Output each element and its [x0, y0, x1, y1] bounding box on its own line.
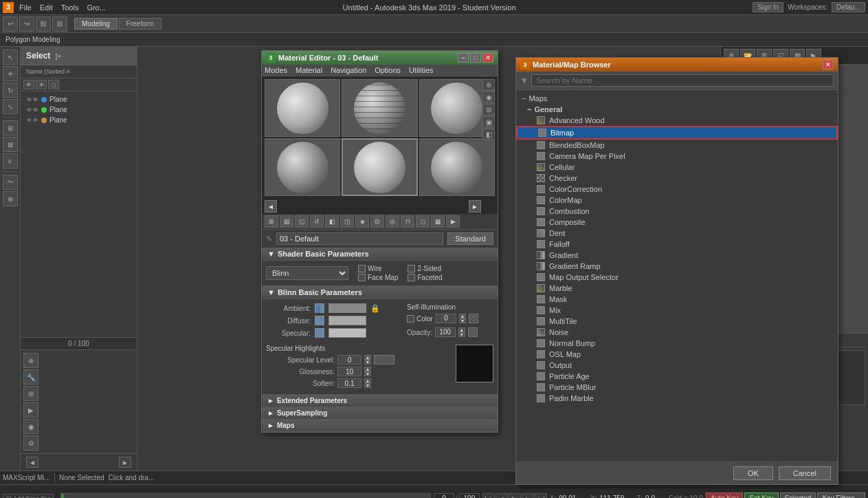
- menu-navigation[interactable]: Navigation: [331, 66, 366, 74]
- soften-up[interactable]: ▲: [364, 378, 371, 383]
- align-tool[interactable]: ≡: [3, 153, 18, 169]
- wire-checkbox[interactable]: Wire: [358, 265, 398, 272]
- glossiness-up[interactable]: ▲: [364, 367, 371, 371]
- link-btn[interactable]: ⛓: [36, 17, 51, 32]
- add-time-tag-btn[interactable]: 🏷 Add Time Tag: [3, 494, 54, 499]
- blinn-basic-rollout[interactable]: ▼ Blinn Basic Parameters: [262, 286, 498, 299]
- list-item[interactable]: Mask: [516, 294, 838, 305]
- set-key-btn[interactable]: Set Key: [744, 492, 778, 498]
- soften-input[interactable]: [337, 378, 361, 388]
- menu-edit[interactable]: Edit: [40, 3, 53, 12]
- modify-btn[interactable]: 🔧: [23, 369, 38, 385]
- list-item[interactable]: Gradient: [516, 250, 838, 261]
- list-item[interactable]: Mix: [516, 305, 838, 316]
- menu-modes[interactable]: Modes: [265, 66, 287, 74]
- frame-input[interactable]: [434, 493, 454, 499]
- select-tool[interactable]: ↖: [3, 50, 18, 65]
- key-filters-btn[interactable]: Key Filters...: [817, 492, 865, 498]
- list-item[interactable]: Camera Map Per Pixel: [516, 151, 838, 162]
- maps-root[interactable]: − Maps: [516, 93, 838, 104]
- motion-btn[interactable]: ▶: [23, 402, 38, 418]
- assign-material-btn[interactable]: ◱: [295, 215, 309, 228]
- pan-left-btn[interactable]: ◄: [26, 457, 38, 468]
- render-btn[interactable]: ◻: [48, 80, 59, 89]
- create-btn[interactable]: ⊕: [23, 353, 38, 368]
- cancel-button[interactable]: Cancel: [779, 466, 831, 480]
- list-item[interactable]: Particle Age: [516, 371, 838, 382]
- app-menu[interactable]: File Edit Tools Gro...: [19, 3, 106, 12]
- sign-in-btn[interactable]: Sign In: [753, 2, 783, 12]
- opacity-map-btn[interactable]: □: [468, 327, 478, 337]
- play-btn[interactable]: ▶: [509, 493, 521, 499]
- copy-material-btn[interactable]: ◧: [325, 215, 339, 228]
- opacity-value[interactable]: 100: [435, 327, 456, 337]
- scale-tool[interactable]: ⤡: [3, 99, 18, 114]
- soften-down[interactable]: ▼: [364, 383, 371, 388]
- prev-key-btn[interactable]: ◄: [496, 493, 508, 499]
- list-item[interactable]: ColorMap: [516, 195, 838, 206]
- glossiness-down[interactable]: ▼: [364, 371, 371, 376]
- end-frame-input[interactable]: [459, 493, 480, 499]
- auto-key-btn[interactable]: Auto Key: [706, 492, 744, 498]
- material-name-input[interactable]: [276, 232, 443, 245]
- prev-frame-btn[interactable]: |◄: [482, 493, 495, 499]
- list-item[interactable]: Gradient Ramp: [516, 261, 838, 272]
- menu-gro[interactable]: Gro...: [87, 3, 106, 12]
- preview-cell-5[interactable]: [342, 138, 417, 196]
- get-material-btn[interactable]: ⊞: [265, 215, 278, 228]
- list-item[interactable]: Dent: [516, 228, 838, 239]
- mat-tool-3[interactable]: ⊞: [482, 104, 495, 115]
- opacity-spin-up[interactable]: ▲: [458, 327, 465, 332]
- opacity-spin-down[interactable]: ▼: [458, 332, 465, 337]
- list-item[interactable]: Combustion: [516, 206, 838, 217]
- move-tool[interactable]: ✛: [3, 66, 18, 81]
- illum-spin-up[interactable]: ▲: [459, 314, 466, 318]
- modeling-tab[interactable]: Modeling: [74, 18, 118, 30]
- material-type-btn[interactable]: Standard: [447, 232, 493, 245]
- minimize-btn[interactable]: −: [458, 53, 469, 63]
- show-bg-btn[interactable]: ▦: [431, 215, 445, 228]
- menu-utilities[interactable]: Utilities: [409, 66, 433, 74]
- preview-next[interactable]: ►: [469, 200, 481, 213]
- visibility-btn[interactable]: 👁: [23, 80, 34, 89]
- shader-dropdown[interactable]: Blinn: [266, 266, 348, 280]
- list-item[interactable]: Falloff: [516, 239, 838, 250]
- list-item[interactable]: Advanced Wood: [516, 115, 838, 126]
- list-item[interactable]: BlendedBoxMap: [516, 140, 838, 151]
- face-map-checkbox[interactable]: Face Map: [358, 274, 398, 281]
- preview-cell-6[interactable]: [419, 138, 495, 196]
- reset-material-btn[interactable]: ↺: [310, 215, 324, 228]
- list-item[interactable]: Map Output Selector: [516, 272, 838, 283]
- ambient-color-map[interactable]: [315, 303, 324, 313]
- put-material-btn[interactable]: ▤: [280, 215, 293, 228]
- utilities-btn[interactable]: ⚙: [23, 435, 38, 451]
- browser-window-controls[interactable]: ✕: [823, 60, 834, 69]
- rotate-tool[interactable]: ↻: [3, 83, 18, 98]
- snap-tool[interactable]: ⊞: [3, 120, 18, 136]
- faceted-checkbox[interactable]: Faceted: [408, 274, 442, 281]
- window-controls[interactable]: − □ ✕: [458, 53, 493, 63]
- layer-tool[interactable]: ⊕: [3, 191, 18, 206]
- list-item[interactable]: Normal Bump: [516, 338, 838, 349]
- list-item[interactable]: Bitmap: [516, 126, 838, 140]
- viewport-area[interactable]: 3 Material Editor - 03 - Default − □ ✕ M…: [137, 47, 720, 470]
- freeze-btn[interactable]: ❄: [36, 80, 47, 89]
- material-editor-titlebar[interactable]: 3 Material Editor - 03 - Default − □ ✕: [262, 51, 498, 65]
- show-map-btn[interactable]: ◻: [416, 215, 430, 228]
- list-item[interactable]: Composite: [516, 217, 838, 228]
- next-key-btn[interactable]: ►: [522, 493, 534, 499]
- list-item[interactable]: Padin Marble: [516, 393, 838, 404]
- preview-prev[interactable]: ◄: [265, 200, 277, 213]
- mat-tool-5[interactable]: ◧: [482, 129, 495, 140]
- freeform-tab[interactable]: Freeform: [119, 18, 162, 30]
- preview-cell-2[interactable]: [342, 79, 417, 137]
- color-checkbox[interactable]: Color: [407, 315, 433, 323]
- two-sided-checkbox[interactable]: 2-Sided: [408, 265, 442, 272]
- list-item[interactable]: Output: [516, 360, 838, 371]
- undo-btn[interactable]: ↩: [3, 17, 18, 32]
- specular-color-swatch[interactable]: [329, 328, 366, 338]
- list-item[interactable]: Particle MBlur: [516, 382, 838, 393]
- extended-params-rollout[interactable]: ► Extended Parameters: [262, 395, 498, 407]
- spec-level-down[interactable]: ▼: [364, 360, 371, 365]
- maximize-btn[interactable]: □: [470, 53, 481, 63]
